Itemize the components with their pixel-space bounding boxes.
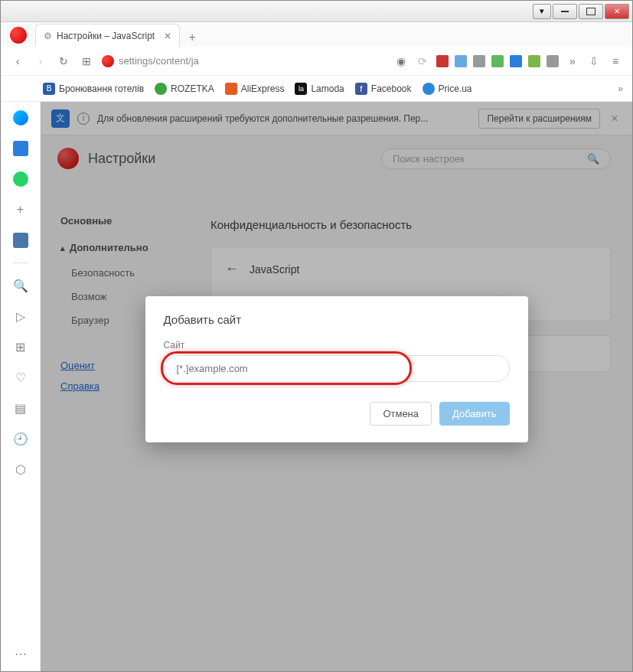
extension-icon[interactable] bbox=[455, 55, 467, 67]
nav-back-button[interactable]: ‹ bbox=[10, 54, 25, 69]
downloads-icon[interactable]: ⇩ bbox=[586, 54, 602, 69]
sync-icon[interactable]: ⟳ bbox=[415, 54, 430, 69]
site-identity-icon bbox=[102, 55, 114, 67]
bookmark-item[interactable]: Price.ua bbox=[423, 83, 472, 95]
heart-icon[interactable]: ♡ bbox=[12, 369, 29, 386]
extension-icon[interactable] bbox=[510, 55, 522, 67]
add-site-dialog: Добавить сайт Сайт Отмена Добавить bbox=[145, 296, 528, 442]
bookmark-item[interactable]: ROZETKA bbox=[155, 83, 214, 95]
sidebar-more-icon[interactable]: ⋯ bbox=[12, 645, 29, 662]
tab-strip: ⚙ Настройки – JavaScript ✕ + bbox=[1, 22, 632, 47]
bookmark-favicon bbox=[155, 83, 167, 95]
bookmark-overflow-icon[interactable]: » bbox=[618, 83, 623, 94]
easy-setup-icon[interactable]: ≡ bbox=[608, 54, 623, 69]
extension-icon[interactable] bbox=[473, 55, 485, 67]
speed-dial-sidebar-icon[interactable]: ⊞ bbox=[12, 338, 29, 355]
new-tab-button[interactable]: + bbox=[183, 28, 201, 47]
extension-icon[interactable] bbox=[491, 55, 504, 67]
bookmark-label: Price.ua bbox=[439, 83, 472, 94]
extension-icon[interactable] bbox=[547, 55, 559, 67]
flow-icon[interactable]: ▷ bbox=[12, 308, 29, 325]
window-minimize-button[interactable] bbox=[553, 4, 577, 19]
bookmark-label: AliExpress bbox=[241, 83, 285, 94]
extension-icon[interactable] bbox=[436, 55, 449, 67]
nav-forward-button[interactable]: › bbox=[33, 54, 48, 69]
bookmark-favicon bbox=[423, 83, 435, 95]
translate-icon[interactable] bbox=[12, 140, 29, 157]
add-messenger-icon[interactable]: + bbox=[12, 201, 29, 218]
snapshot-icon[interactable]: ◉ bbox=[393, 54, 409, 69]
bookmark-item[interactable]: AliExpress bbox=[225, 83, 285, 95]
bookmark-item[interactable]: fFacebook bbox=[355, 83, 412, 95]
tab-title: Настройки – JavaScript bbox=[57, 31, 155, 41]
vk-icon[interactable] bbox=[12, 232, 29, 249]
bookmark-favicon: f bbox=[355, 83, 367, 95]
bookmark-label: Lamoda bbox=[311, 83, 344, 94]
bookmark-item[interactable]: BБронювання готелів bbox=[43, 83, 144, 95]
nav-toolbar: ‹ › ↻ ⊞ settings/content/ja ◉ ⟳ » ⇩ ≡ bbox=[1, 47, 632, 76]
cancel-button[interactable]: Отмена bbox=[370, 402, 432, 426]
site-url-input[interactable] bbox=[164, 355, 510, 382]
extension-icon[interactable] bbox=[528, 55, 540, 67]
bookmark-label: Facebook bbox=[371, 83, 412, 94]
overflow-icon[interactable]: » bbox=[565, 54, 580, 69]
whatsapp-icon[interactable] bbox=[12, 171, 29, 188]
news-icon[interactable]: ▤ bbox=[12, 400, 29, 416]
bookmark-item[interactable]: laLamoda bbox=[295, 83, 344, 95]
bookmark-label: Бронювання готелів bbox=[59, 83, 144, 94]
window-maximize-button[interactable] bbox=[579, 4, 603, 19]
reload-button[interactable]: ↻ bbox=[56, 54, 71, 69]
gear-icon: ⚙ bbox=[44, 31, 52, 41]
bookmarks-bar: BБронювання готелів ROZETKA AliExpress l… bbox=[1, 76, 632, 102]
search-icon[interactable]: 🔍 bbox=[12, 277, 29, 294]
bookmark-favicon: B bbox=[43, 83, 55, 95]
speed-dial-icon[interactable]: ⊞ bbox=[79, 54, 94, 69]
messenger-fb-icon[interactable] bbox=[12, 109, 29, 126]
extensions-sidebar-icon[interactable]: ⬡ bbox=[12, 461, 29, 478]
address-bar[interactable]: settings/content/ja bbox=[102, 55, 199, 67]
bookmark-favicon bbox=[225, 83, 237, 95]
window-help-icon[interactable]: ▾ bbox=[533, 4, 551, 19]
url-text: settings/content/ja bbox=[119, 55, 199, 67]
messenger-sidebar: + 🔍 ▷ ⊞ ♡ ▤ 🕘 ⬡ ⋯ bbox=[1, 102, 41, 671]
modal-overlay: Добавить сайт Сайт Отмена Добавить bbox=[41, 102, 632, 671]
bookmark-favicon: la bbox=[295, 83, 307, 95]
history-icon[interactable]: 🕘 bbox=[12, 430, 29, 447]
window-close-button[interactable] bbox=[605, 4, 629, 19]
bookmark-label: ROZETKA bbox=[171, 83, 214, 94]
opera-logo-icon[interactable] bbox=[10, 27, 27, 44]
tab-close-icon[interactable]: ✕ bbox=[164, 31, 171, 41]
window-titlebar: ▾ bbox=[1, 1, 632, 22]
browser-tab[interactable]: ⚙ Настройки – JavaScript ✕ bbox=[35, 24, 180, 47]
site-field-label: Сайт bbox=[164, 340, 510, 351]
dialog-title: Добавить сайт bbox=[164, 313, 510, 326]
add-button[interactable]: Добавить bbox=[439, 402, 509, 426]
